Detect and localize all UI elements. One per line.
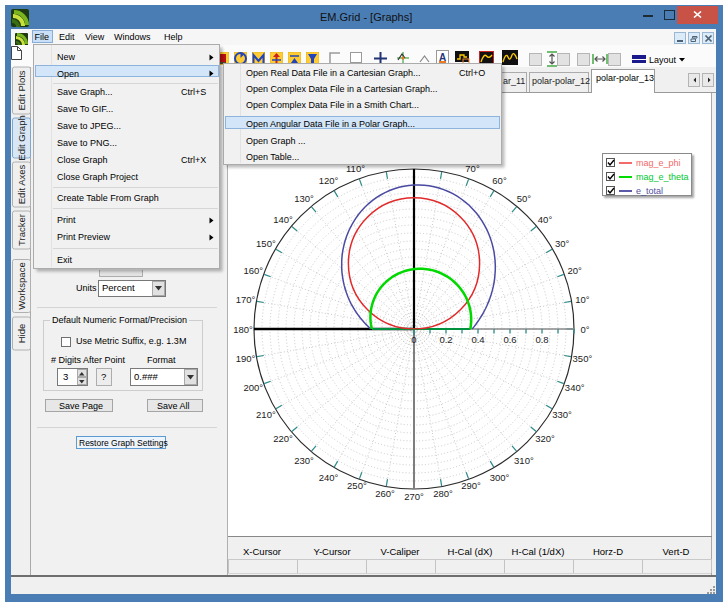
svg-text:Tracker: Tracker (16, 214, 27, 246)
svg-text:330°: 330° (552, 409, 572, 420)
svg-text:Edit Plots: Edit Plots (16, 70, 27, 110)
svg-text:250°: 250° (347, 480, 367, 491)
svg-text:350°: 350° (573, 353, 593, 364)
svg-text:190°: 190° (236, 353, 256, 364)
svg-text:260°: 260° (375, 488, 395, 499)
svg-text:40°: 40° (538, 214, 553, 225)
svg-text:310°: 310° (514, 455, 534, 466)
svg-text:130°: 130° (294, 193, 314, 204)
svg-text:220°: 220° (273, 433, 293, 444)
svg-text:300°: 300° (490, 472, 510, 483)
svg-text:0: 0 (411, 334, 416, 345)
svg-text:270°: 270° (404, 491, 424, 502)
svg-text:50°: 50° (517, 193, 532, 204)
svg-text:290°: 290° (461, 480, 481, 491)
svg-text:280°: 280° (433, 488, 453, 499)
svg-text:0.4: 0.4 (471, 334, 484, 345)
svg-text:Edit Graph: Edit Graph (16, 115, 27, 160)
svg-text:Edit Axes: Edit Axes (16, 164, 27, 204)
svg-text:Workspace: Workspace (16, 262, 27, 309)
svg-text:0°: 0° (580, 324, 589, 335)
svg-text:170°: 170° (236, 294, 256, 305)
svg-text:60°: 60° (492, 175, 507, 186)
svg-text:230°: 230° (294, 455, 314, 466)
svg-text:10°: 10° (575, 294, 590, 305)
svg-text:0.2: 0.2 (439, 334, 452, 345)
svg-text:210°: 210° (256, 409, 276, 420)
svg-text:240°: 240° (319, 472, 339, 483)
svg-text:340°: 340° (565, 382, 585, 393)
svg-text:0.6: 0.6 (503, 334, 516, 345)
svg-text:140°: 140° (273, 214, 293, 225)
svg-text:Hide: Hide (16, 324, 27, 344)
svg-text:200°: 200° (243, 382, 263, 393)
svg-text:160°: 160° (243, 265, 263, 276)
svg-text:150°: 150° (256, 238, 276, 249)
svg-text:120°: 120° (319, 175, 339, 186)
svg-text:30°: 30° (555, 238, 570, 249)
svg-text:0.8: 0.8 (535, 334, 548, 345)
svg-text:320°: 320° (535, 433, 555, 444)
svg-text:20°: 20° (568, 265, 583, 276)
svg-text:180°: 180° (233, 324, 253, 335)
